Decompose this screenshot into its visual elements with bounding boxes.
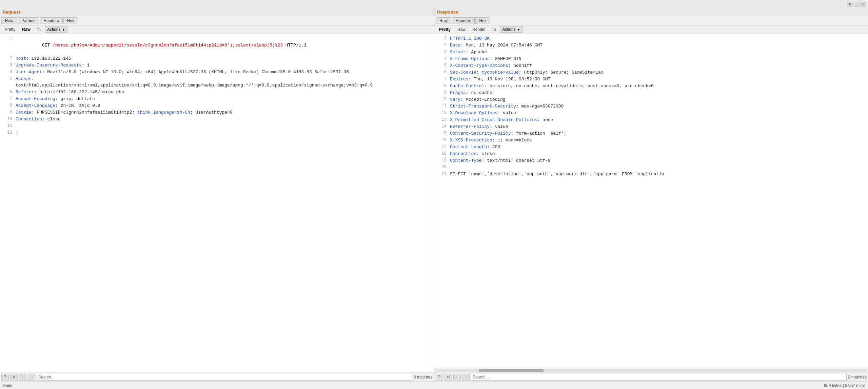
request-line-1: 1 GET /hmrao.php?s=/Admin/appedit/sessId…	[0, 35, 434, 55]
response-hscroll-track[interactable]	[436, 369, 867, 372]
tab-request-hex[interactable]: Hex	[63, 17, 78, 24]
request-line-8: 8 Accept-Language: zh-CN, zh;q=0.9	[0, 102, 434, 109]
response-hscroll-thumb[interactable]	[479, 369, 544, 372]
request-line-5: 5 Accept: text/html,application/xhtml+xm…	[0, 76, 434, 89]
tab-request-raw[interactable]: Raw	[1, 17, 17, 24]
request-pretty-btn[interactable]: Pretty	[2, 27, 18, 32]
response-settings-btn[interactable]: ⚙	[445, 374, 452, 381]
tab-response-headers[interactable]: Headers	[452, 17, 475, 24]
response-line-4: 4 X-Frame-Options: SAMEORIGIN	[434, 56, 868, 62]
request-in-btn[interactable]: \n	[35, 27, 43, 32]
request-search-input[interactable]	[37, 374, 412, 381]
response-content[interactable]: 1 HTTP/1.1 200 OK 2 Date: Mon, 13 May 20…	[434, 34, 868, 368]
request-line-3: 3 Upgrade-Insecure-Requests: 1	[0, 62, 434, 69]
request-prev-btn[interactable]: ←	[19, 374, 26, 381]
response-line-18: 18 Connection: close	[434, 151, 868, 157]
request-line-12: 12 |	[0, 130, 434, 136]
response-title: Response	[437, 9, 458, 15]
status-left: Done	[3, 383, 13, 388]
response-line-5: 5 X-Content-Type-Options: nosniff	[434, 62, 868, 69]
response-line-11: 11 Strict-Transport-Security: max-age=63…	[434, 103, 868, 110]
request-actions-arrow: ▼	[62, 28, 65, 32]
top-bar: ⊞ — □	[0, 0, 868, 8]
tile-button[interactable]: ⊞	[847, 2, 852, 6]
response-line-21: 21 SELECT `name`,`description`,`app_path…	[434, 171, 868, 178]
maximize-button[interactable]: □	[861, 2, 866, 6]
window-controls: ⊞ — □	[847, 2, 866, 6]
response-next-btn[interactable]: →	[462, 374, 470, 381]
request-line-7: 7 Accept-Encoding: gzip, deflate	[0, 96, 434, 102]
tab-request-params[interactable]: Params	[18, 17, 39, 24]
request-bottom-bar: ? ⚙ ← → 0 matches	[0, 372, 434, 382]
response-actions-label: Actions	[502, 27, 515, 32]
tab-response-raw[interactable]: Raw	[436, 17, 451, 24]
response-line-1: 1 HTTP/1.1 200 OK	[434, 35, 868, 42]
main-container: Request Raw Params Headers Hex Pretty Ra…	[0, 8, 868, 382]
response-in-btn[interactable]: \n	[490, 27, 498, 32]
response-toolbar: Pretty Raw Render \n Actions ▼	[434, 25, 868, 34]
response-line-17: 17 Content-Length: 209	[434, 144, 868, 151]
response-line-20: 20	[434, 164, 868, 171]
response-line-14: 14 Referrer-Policy: value	[434, 123, 868, 130]
response-header: Response	[434, 8, 868, 16]
request-line-11: 11	[0, 123, 434, 130]
request-line-9: 9 Cookie: PHPSESSID=c3gnn42nnfafaei5im0t…	[0, 109, 434, 116]
response-line-7: 7 Expires: Thu, 19 Nov 1981 08:52:00 GMT	[434, 76, 868, 83]
tab-request-headers[interactable]: Headers	[40, 17, 62, 24]
response-line-13: 13 X-Permitted-Cross-Domain-Policies: no…	[434, 117, 868, 123]
response-pretty-btn[interactable]: Pretty	[436, 27, 453, 32]
response-match-count: 0 matches	[848, 375, 867, 380]
response-pane: Response Raw Headers Hex Pretty Raw Rend…	[434, 8, 868, 382]
response-line-19: 19 Content-Type: text/html; charset=utf-…	[434, 157, 868, 164]
response-tab-bar: Raw Headers Hex	[434, 16, 868, 25]
minimize-button[interactable]: —	[854, 2, 859, 6]
response-render-btn[interactable]: Render	[470, 27, 488, 32]
response-line-10: 10 Vary: Accept-Encoding	[434, 96, 868, 103]
status-right: 859 bytes | 5,057 millis	[824, 383, 865, 388]
response-hscroll[interactable]	[434, 368, 868, 372]
response-line-9: 9 Pragma: no-cache	[434, 90, 868, 96]
response-help-btn[interactable]: ?	[436, 374, 443, 381]
request-line-6: 6 Referer: http://192.168.222.145/hmrao.…	[0, 89, 434, 96]
response-actions-dropdown[interactable]: Actions ▼	[500, 26, 522, 33]
request-toolbar: Pretty Raw \n Actions ▼	[0, 25, 434, 34]
status-bar: Done 859 bytes | 5,057 millis	[0, 382, 868, 389]
request-pane: Request Raw Params Headers Hex Pretty Ra…	[0, 8, 434, 382]
request-help-btn[interactable]: ?	[1, 374, 9, 381]
tab-response-hex[interactable]: Hex	[475, 17, 490, 24]
request-tab-bar: Raw Params Headers Hex	[0, 16, 434, 25]
request-next-btn[interactable]: →	[28, 374, 35, 381]
request-actions-label: Actions	[47, 27, 60, 32]
request-title: Request	[3, 9, 20, 15]
request-settings-btn[interactable]: ⚙	[10, 374, 18, 381]
request-line-2: 2 Host: 192.168.222.145	[0, 55, 434, 62]
response-actions-arrow: ▼	[517, 28, 520, 32]
response-line-12: 12 X-Download-Options: value	[434, 110, 868, 117]
response-prev-btn[interactable]: ←	[453, 374, 461, 381]
request-content[interactable]: 1 GET /hmrao.php?s=/Admin/appedit/sessId…	[0, 34, 434, 372]
response-bottom-bar: ? ⚙ ← → 0 matches	[434, 372, 868, 382]
request-actions-dropdown[interactable]: Actions ▼	[45, 26, 67, 33]
request-match-count: 0 matches	[414, 375, 432, 380]
request-header: Request	[0, 8, 434, 16]
response-line-2: 2 Date: Mon, 13 May 2024 07:54:46 GMT	[434, 42, 868, 49]
response-line-8: 8 Cache-Control: no-store, no-cache, mus…	[434, 83, 868, 90]
response-line-6: 6 Set-Cookie: mycookie=value; HttpOnly; …	[434, 69, 868, 76]
response-search-input[interactable]	[471, 374, 847, 381]
request-line-4: 4 User-Agent: Mozilla/5.0 (Windows NT 10…	[0, 69, 434, 76]
response-line-15: 15 Content-Security-Policy: form-action …	[434, 130, 868, 137]
response-line-16: 16 X-XSS-Protection: 1; mode=block	[434, 137, 868, 144]
response-line-3: 3 Server: Apache	[434, 49, 868, 56]
request-line-10: 10 Connection: close	[0, 116, 434, 123]
request-raw-btn[interactable]: Raw	[19, 27, 33, 32]
response-raw-btn[interactable]: Raw	[455, 27, 468, 32]
